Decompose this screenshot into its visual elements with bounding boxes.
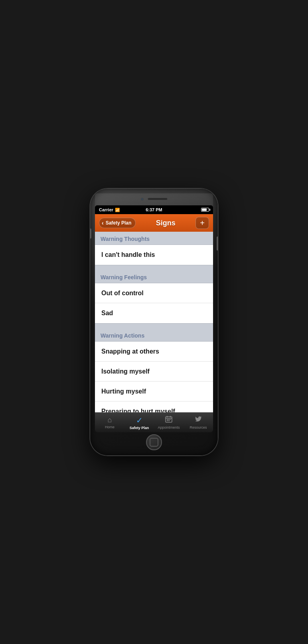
list-item[interactable]: Isolating myself <box>95 362 213 382</box>
navigation-bar: ‹ Safety Plan Signs + <box>95 214 213 232</box>
section-header-feelings: Warning Feelings <box>95 270 213 283</box>
list-item[interactable]: Sad <box>95 303 213 323</box>
status-time: 6:37 PM <box>146 207 162 212</box>
svg-rect-4 <box>167 419 168 420</box>
item-text: Preparing to hurt myself <box>101 408 175 412</box>
home-button[interactable] <box>146 434 162 450</box>
list-item[interactable]: Out of control <box>95 283 213 303</box>
status-left: Carrier 📶 <box>99 207 120 212</box>
phone-screen: Carrier 📶 6:37 PM ‹ Safety Plan Signs + <box>95 205 213 432</box>
battery-indicator <box>201 208 209 212</box>
phone-bottom <box>95 432 213 452</box>
feelings-list-group: Out of control Sad <box>95 283 213 324</box>
front-camera <box>141 198 144 201</box>
item-text: Sad <box>101 310 113 317</box>
tab-home-label: Home <box>105 425 115 429</box>
list-item[interactable]: Preparing to hurt myself <box>95 402 213 412</box>
tab-appointments-label: Appointments <box>158 425 180 429</box>
item-text: Hurting myself <box>101 388 146 395</box>
resources-twitter-icon <box>195 415 202 425</box>
tab-resources-label: Resources <box>190 425 207 429</box>
item-text: I can't handle this <box>101 251 155 258</box>
thoughts-list-group: I can't handle this <box>95 244 213 265</box>
appointments-calendar-icon <box>165 415 172 425</box>
power-button <box>217 237 218 250</box>
list-item[interactable]: Hurting myself <box>95 382 213 402</box>
add-icon: + <box>200 219 205 227</box>
section-gap-2 <box>95 324 213 328</box>
content-area: Warning Thoughts I can't handle this War… <box>95 232 213 412</box>
tab-home[interactable]: ⌂ Home <box>95 413 124 432</box>
volume-button <box>90 229 91 239</box>
home-icon: ⌂ <box>108 416 112 424</box>
status-bar: Carrier 📶 6:37 PM <box>95 205 213 214</box>
tab-appointments[interactable]: Appointments <box>154 413 184 432</box>
back-button[interactable]: ‹ Safety Plan <box>99 218 136 228</box>
status-right <box>201 208 209 212</box>
svg-rect-5 <box>168 419 170 420</box>
nav-title: Signs <box>156 219 176 227</box>
section-header-actions: Warning Actions <box>95 328 213 341</box>
list-item[interactable]: Snapping at others <box>95 342 213 362</box>
tab-safety-plan[interactable]: ✓ Safety Plan <box>124 413 154 432</box>
back-button-label: Safety Plan <box>106 220 132 226</box>
carrier-label: Carrier <box>99 207 113 212</box>
item-text: Snapping at others <box>101 348 159 355</box>
svg-rect-8 <box>168 420 170 421</box>
tab-safety-plan-label: Safety Plan <box>130 426 149 430</box>
item-text: Isolating myself <box>101 368 150 375</box>
back-arrow-icon: ‹ <box>102 220 104 226</box>
battery-fill <box>202 209 207 211</box>
safety-plan-checkmark-icon: ✓ <box>136 415 143 425</box>
list-item[interactable]: I can't handle this <box>95 245 213 265</box>
svg-rect-7 <box>167 420 168 421</box>
section-header-thoughts: Warning Thoughts <box>95 232 213 244</box>
phone-shell: Carrier 📶 6:37 PM ‹ Safety Plan Signs + <box>90 189 218 455</box>
phone-top-bar <box>95 193 213 205</box>
tab-bar: ⌂ Home ✓ Safety Plan <box>95 412 213 432</box>
svg-rect-6 <box>170 419 171 420</box>
wifi-icon: 📶 <box>115 208 120 212</box>
actions-list-group: Snapping at others Isolating myself Hurt… <box>95 341 213 412</box>
section-gap-1 <box>95 266 213 270</box>
tab-resources[interactable]: Resources <box>184 413 213 432</box>
home-button-inner <box>150 438 158 447</box>
earpiece-speaker <box>148 198 168 200</box>
item-text: Out of control <box>101 290 144 297</box>
add-button[interactable]: + <box>195 217 209 229</box>
